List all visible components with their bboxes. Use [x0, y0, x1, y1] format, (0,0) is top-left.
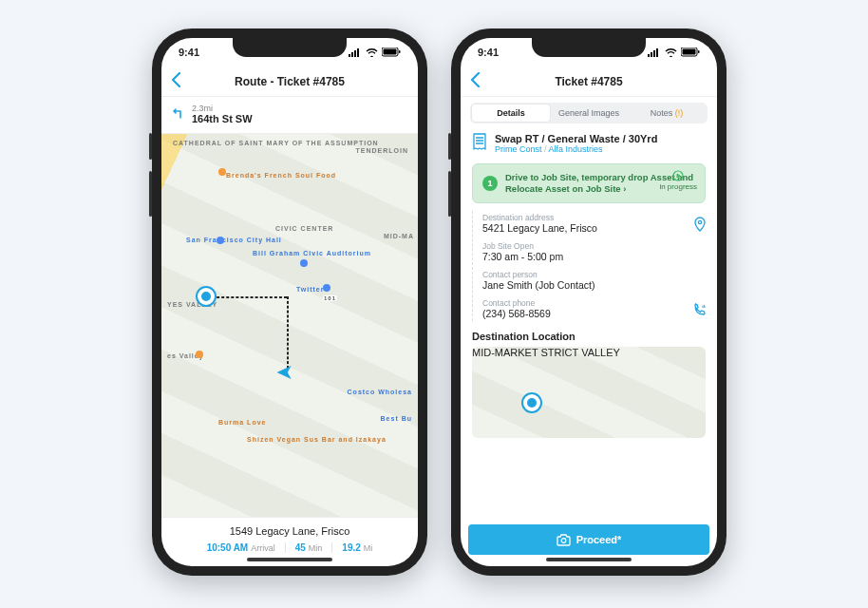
tab-details[interactable]: Details [472, 104, 550, 122]
map-district-label: TENDERLOIN [356, 147, 409, 154]
status-indicators [349, 48, 401, 57]
nav-bar: Ticket #4785 [461, 66, 717, 97]
play-circle-icon [672, 170, 684, 181]
turn-left-icon [171, 106, 184, 123]
step-number: 1 [482, 176, 498, 191]
battery-icon [681, 48, 700, 57]
svg-rect-10 [656, 48, 658, 57]
svg-rect-12 [683, 49, 696, 55]
page-title: Ticket #4785 [461, 75, 717, 88]
phone-route: 9:41 Route - Ticket #4785 2.3mi [152, 28, 427, 576]
map-poi-label: Twitter [296, 286, 324, 293]
svg-rect-5 [384, 49, 397, 55]
arrival-metric: 10:50 AM Arrival [198, 542, 286, 553]
proceed-label: Proceed* [576, 534, 622, 545]
contact-row: Contact person Jane Smith (Job Contact) [482, 270, 706, 291]
wifi-icon [665, 48, 677, 57]
detail-list: Destination address 5421 Legacy Lane, Fr… [472, 211, 706, 321]
tab-notes[interactable]: Notes (!) [628, 104, 706, 122]
status-indicators [648, 48, 700, 57]
map-poi-label: Brenda's French Soul Food [226, 172, 336, 179]
route-map[interactable]: Cathedral of Saint Mary of the Assumptio… [161, 134, 418, 517]
tab-general-images[interactable]: General Images [550, 104, 628, 122]
status-time: 9:41 [179, 47, 199, 58]
map-district-label: MID-MARKET [472, 347, 538, 358]
cellular-icon [349, 48, 362, 57]
svg-rect-9 [653, 50, 655, 57]
svg-rect-3 [357, 48, 359, 57]
svg-rect-13 [698, 50, 700, 53]
map-poi-label: Burma Love [218, 419, 266, 426]
map-heading-arrow: ➤ [276, 360, 293, 385]
map-district-label: CIVIC CENTER [275, 225, 333, 232]
section-title: Destination Location [472, 331, 706, 342]
destination-row: Destination address 5421 Legacy Lane, Fr… [482, 213, 706, 234]
phone-icon[interactable] [692, 302, 708, 319]
status-time: 9:41 [478, 47, 499, 58]
svg-rect-7 [648, 54, 650, 57]
ticket-title: Swap RT / General Waste / 30Yrd [495, 133, 657, 144]
destination-address: 1549 Legacy Lane, Frisco [171, 525, 408, 537]
map-poi-label: San Francisco City Hall [186, 237, 282, 243]
phone-ticket: 9:41 Ticket #4785 Details General Images… [451, 28, 726, 576]
map-poi-label: Shizen Vegan Sus Bar and Izakaya [247, 436, 387, 443]
route-distance: 2.3mi [192, 104, 253, 113]
distance-metric: 19.2 Mi [332, 542, 382, 553]
svg-point-15 [698, 220, 701, 223]
site-link[interactable]: Alfa Industries [549, 144, 603, 154]
step-status: in progress [659, 170, 697, 191]
svg-rect-2 [354, 50, 356, 57]
svg-rect-6 [399, 50, 401, 53]
cellular-icon [648, 48, 661, 57]
destination-map[interactable]: MID-MARKET STRICT VALLEY [472, 347, 706, 438]
map-district-label: VALLEY [581, 347, 620, 358]
step-card[interactable]: 1 Drive to Job Site, temporary drop Asse… [472, 163, 706, 203]
phone-row: Contact phone (234) 568-8569 [482, 298, 706, 319]
svg-rect-0 [349, 54, 350, 57]
notes-alert-badge: (!) [675, 108, 684, 118]
camera-icon [557, 534, 571, 546]
svg-rect-1 [351, 52, 353, 57]
svg-rect-8 [651, 52, 652, 57]
battery-icon [382, 48, 401, 57]
map-district-label: MID-MA [384, 233, 414, 239]
map-poi-label: Cathedral of Saint Mary of the Assumptio… [173, 140, 379, 146]
ticket-header: Swap RT / General Waste / 30Yrd Prime Co… [461, 131, 717, 160]
page-title: Route - Ticket #4785 [161, 75, 418, 88]
segmented-control: Details General Images Notes (!) [470, 103, 708, 124]
nav-bar: Route - Ticket #4785 [161, 66, 418, 97]
proceed-button[interactable]: Proceed* [468, 524, 709, 555]
map-pin-icon[interactable] [692, 217, 708, 234]
customer-link[interactable]: Prime Const [495, 144, 542, 154]
ticket-icon [472, 133, 487, 152]
route-summary: 2.3mi 164th St SW [161, 97, 418, 134]
map-poi-label: Best Bu [381, 415, 412, 422]
wifi-icon [366, 48, 378, 57]
map-poi-label: Bill Graham Civic Auditorium [253, 250, 371, 256]
route-shield: 101 [323, 295, 337, 301]
hours-row: Job Site Open 7:30 am - 5:00 pm [482, 241, 706, 262]
map-poi-label: Costco Wholesa [348, 389, 412, 395]
route-street: 164th St SW [192, 113, 253, 124]
duration-metric: 45 Min [286, 542, 333, 553]
svg-point-16 [561, 538, 566, 542]
map-district-label: STRICT [541, 347, 579, 358]
map-origin-marker [198, 288, 215, 305]
destination-marker [523, 394, 540, 411]
